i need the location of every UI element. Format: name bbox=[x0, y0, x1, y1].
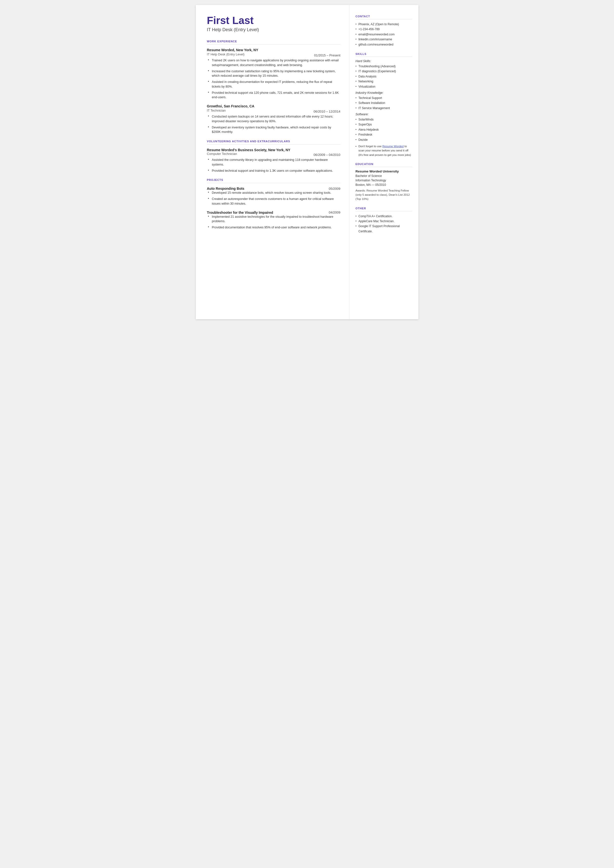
other-list: CompTIA A+ Certification. AppleCare Mac … bbox=[356, 214, 412, 234]
bullet-item: Provided technical support via 120 phone… bbox=[208, 90, 341, 100]
industry-skills-label: Industry Knowledge: bbox=[356, 91, 412, 95]
project-bullets-1: Developed 15 remote assistance bots, whi… bbox=[207, 191, 341, 206]
bullet-item: Created an autoresponder that connects c… bbox=[208, 197, 341, 206]
bullet-item: Trained 2K users on how to navigate appl… bbox=[208, 58, 341, 68]
skill-item: Networking bbox=[356, 79, 412, 84]
volunteering-label: VOLUNTEERING ACTIVITIES AND EXTRACURRICU… bbox=[207, 140, 341, 143]
skill-item: Troubleshooting (Advanced) bbox=[356, 64, 412, 69]
skills-note: Don't forget to use Resume Worded to sca… bbox=[356, 144, 412, 157]
contact-item: linkedin.com/in/username bbox=[356, 37, 412, 42]
industry-skills-list: Technical Support Software Installation … bbox=[356, 96, 412, 110]
other-item: Google IT Support Professional Certifica… bbox=[356, 224, 412, 234]
project-title-date-1: Auto Responding Bots 05/2009 bbox=[207, 186, 341, 191]
hard-skills-list: Troubleshooting (Advanced) IT diagnostic… bbox=[356, 64, 412, 89]
job-role-1: IT Help Desk (Entry Level) bbox=[207, 53, 245, 56]
edu-location-date: Boston, MA — 05/2010 bbox=[356, 183, 412, 187]
contact-label: CONTACT bbox=[356, 15, 412, 18]
bullet-item: Assisted in creating documentation for e… bbox=[208, 80, 341, 89]
education-section: EDUCATION Resume Worded University Bache… bbox=[356, 163, 412, 202]
skills-label: SKILLS bbox=[356, 53, 412, 56]
job-block-1: Resume Worded, New York, NY IT Help Desk… bbox=[207, 48, 341, 100]
job-role-date-2: IT Technician 06/2010 – 12/2014 bbox=[207, 109, 341, 114]
contact-divider bbox=[356, 19, 412, 19]
skill-item: SolarWinds bbox=[356, 117, 412, 122]
volunteer-dates-1: 06/2009 – 04/2010 bbox=[313, 153, 340, 157]
volunteer-block-1: Resume Worded's Business Society, New Yo… bbox=[207, 148, 341, 173]
work-experience-divider bbox=[207, 44, 341, 45]
volunteering-section: VOLUNTEERING ACTIVITIES AND EXTRACURRICU… bbox=[207, 140, 341, 173]
software-skills-list: SolarWinds SuperOps Atera Helpdesk Fresh… bbox=[356, 117, 412, 142]
bullet-item: Developed 15 remote assistance bots, whi… bbox=[208, 191, 341, 195]
job-dates-1: 01/2015 – Present bbox=[314, 53, 340, 57]
contact-item: Phoenix, AZ (Open to Remote) bbox=[356, 22, 412, 27]
volunteer-company-1: Resume Worded's Business Society, New Yo… bbox=[207, 148, 341, 152]
job-company-2: Growthsi, San Francisco, CA bbox=[207, 104, 254, 108]
right-column: CONTACT Phoenix, AZ (Open to Remote) +1-… bbox=[349, 5, 419, 319]
job-dates-2: 06/2010 – 12/2014 bbox=[313, 110, 340, 113]
bullet-item: Developed an inventory system tracking f… bbox=[208, 125, 341, 135]
bullet-item: Increased the customer satisfaction rati… bbox=[208, 69, 341, 78]
work-experience-section: WORK EXPERIENCE Resume Worded, New York,… bbox=[207, 40, 341, 134]
contact-item: email@resumeworded.com bbox=[356, 32, 412, 37]
project-title-2: Troubleshooter for the Visually Impaired bbox=[207, 211, 273, 214]
job-header-2: Growthsi, San Francisco, CA bbox=[207, 104, 341, 108]
bullet-item: Provided documentation that resolves 95%… bbox=[208, 225, 341, 230]
skill-item: Software Installation bbox=[356, 101, 412, 106]
left-column: First Last IT Help Desk (Entry Level) WO… bbox=[196, 5, 349, 319]
other-section: OTHER CompTIA A+ Certification. AppleCar… bbox=[356, 207, 412, 234]
volunteer-role-date-1: Computer Technician 06/2009 – 04/2010 bbox=[207, 152, 341, 158]
candidate-name: First Last bbox=[207, 15, 341, 26]
skill-item: Dezide bbox=[356, 137, 412, 142]
projects-label: PROJECTS bbox=[207, 179, 341, 182]
edu-school: Resume Worded University bbox=[356, 169, 412, 173]
project-title-date-2: Troubleshooter for the Visually Impaired… bbox=[207, 211, 341, 214]
bullet-item: Assisted the community library in upgrad… bbox=[208, 158, 341, 167]
bullet-item: Provided technical support and training … bbox=[208, 169, 341, 173]
contact-section: CONTACT Phoenix, AZ (Open to Remote) +1-… bbox=[356, 15, 412, 47]
contact-item: +1-234-456-789 bbox=[356, 27, 412, 32]
job-bullets-2: Conducted system backups on 14 servers a… bbox=[207, 114, 341, 134]
job-company-1: Resume Worded, New York, NY bbox=[207, 48, 258, 52]
job-role-date-1: IT Help Desk (Entry Level) 01/2015 – Pre… bbox=[207, 53, 341, 58]
project-bullets-2: Implemented 21 assistive technologies fo… bbox=[207, 214, 341, 230]
bullet-item: Implemented 21 assistive technologies fo… bbox=[208, 214, 341, 224]
projects-divider bbox=[207, 183, 341, 183]
projects-section: PROJECTS Auto Responding Bots 05/2009 De… bbox=[207, 179, 341, 230]
resume-worded-link[interactable]: Resume Worded bbox=[382, 145, 403, 148]
skills-section: SKILLS Hard Skills: Troubleshooting (Adv… bbox=[356, 53, 412, 157]
edu-field: Information Technology bbox=[356, 178, 412, 183]
contact-list: Phoenix, AZ (Open to Remote) +1-234-456-… bbox=[356, 22, 412, 47]
resume-page: First Last IT Help Desk (Entry Level) WO… bbox=[196, 5, 419, 319]
other-label: OTHER bbox=[356, 207, 412, 210]
project-block-1: Auto Responding Bots 05/2009 Developed 1… bbox=[207, 186, 341, 206]
project-date-1: 05/2009 bbox=[329, 187, 341, 191]
volunteering-divider bbox=[207, 144, 341, 144]
work-experience-label: WORK EXPERIENCE bbox=[207, 40, 341, 43]
skill-item: SuperOps bbox=[356, 122, 412, 127]
job-block-2: Growthsi, San Francisco, CA IT Technicia… bbox=[207, 104, 341, 134]
other-item: AppleCare Mac Technician. bbox=[356, 219, 412, 224]
skill-item: Data Analysis bbox=[356, 74, 412, 79]
volunteer-bullets-1: Assisted the community library in upgrad… bbox=[207, 158, 341, 173]
project-date-2: 04/2009 bbox=[329, 211, 341, 214]
skill-item: IT diagnostics (Experienced) bbox=[356, 69, 412, 74]
software-skills-label: Software: bbox=[356, 113, 412, 116]
edu-awards: Awards: Resume Worded Teaching Fellow (o… bbox=[356, 189, 412, 202]
education-divider bbox=[356, 167, 412, 167]
edu-degree: Bachelor of Science bbox=[356, 174, 412, 178]
candidate-title: IT Help Desk (Entry Level) bbox=[207, 27, 341, 33]
skill-item: Virtualization bbox=[356, 84, 412, 89]
volunteer-role-1: Computer Technician bbox=[207, 152, 237, 156]
contact-item: github.com/resumeworded bbox=[356, 42, 412, 47]
skill-item: Atera Helpdesk bbox=[356, 127, 412, 132]
hard-skills-label: Hard Skills: bbox=[356, 59, 412, 63]
project-title-1: Auto Responding Bots bbox=[207, 186, 245, 191]
job-bullets-1: Trained 2K users on how to navigate appl… bbox=[207, 58, 341, 100]
other-item: CompTIA A+ Certification. bbox=[356, 214, 412, 219]
skill-item: IT Service Management bbox=[356, 106, 412, 110]
job-role-2: IT Technician bbox=[207, 109, 226, 112]
education-label: EDUCATION bbox=[356, 163, 412, 166]
bullet-item: Conducted system backups on 14 servers a… bbox=[208, 114, 341, 124]
skill-item: Freshdesk bbox=[356, 132, 412, 137]
project-block-2: Troubleshooter for the Visually Impaired… bbox=[207, 211, 341, 230]
